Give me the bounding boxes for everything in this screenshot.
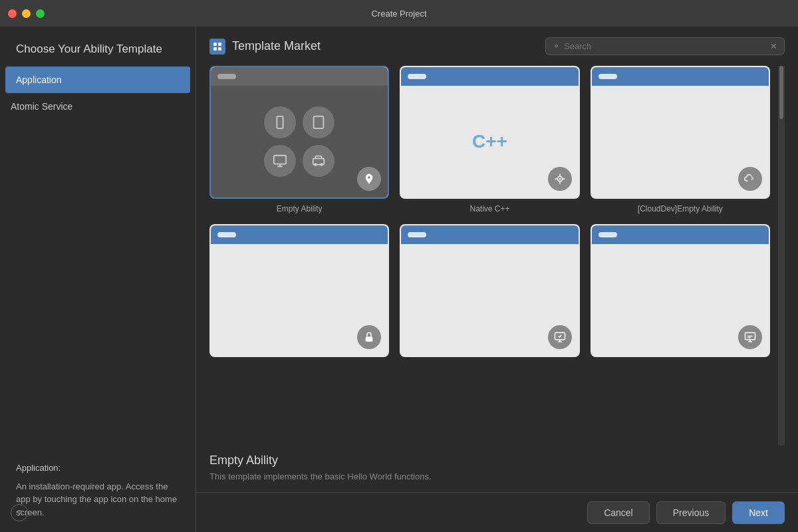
icon-car xyxy=(303,145,334,177)
close-button[interactable] xyxy=(8,9,17,18)
content-area: Template Market ⚬ ✕ xyxy=(196,27,798,532)
icon-tablet xyxy=(303,106,334,138)
window-title: Create Project xyxy=(371,9,426,19)
search-icon: ⚬ xyxy=(553,41,560,51)
template-thumb-clouddev[interactable] xyxy=(591,66,770,199)
badge-icon-empty xyxy=(357,167,381,191)
svg-rect-1 xyxy=(218,43,221,46)
template-thumb-empty-ability[interactable] xyxy=(209,66,389,199)
content: Template Market ⚬ ✕ xyxy=(196,27,798,492)
footer: Cancel Previous Next xyxy=(196,492,798,532)
desc-title: Application: xyxy=(16,462,180,475)
cancel-button[interactable]: Cancel xyxy=(587,501,650,524)
template-card-row2-col3[interactable] xyxy=(591,224,770,362)
scrollbar-thumb[interactable] xyxy=(779,66,783,119)
icon-phone xyxy=(264,106,296,138)
svg-rect-5 xyxy=(314,116,324,128)
sidebar-item-application[interactable]: Application xyxy=(5,66,190,93)
content-header: Template Market ⚬ ✕ xyxy=(209,37,785,55)
search-input[interactable] xyxy=(564,41,766,51)
next-button[interactable]: Next xyxy=(732,501,785,524)
template-card-clouddev-empty[interactable]: [CloudDev]Empty Ability xyxy=(591,66,770,213)
svg-rect-0 xyxy=(213,43,217,46)
template-market-icon xyxy=(209,39,225,55)
template-market-title: Template Market xyxy=(209,39,321,55)
svg-rect-2 xyxy=(213,47,217,51)
template-card-row2-col2[interactable] xyxy=(400,224,579,362)
template-thumb-row2-col2[interactable] xyxy=(400,224,579,357)
template-card-row2-col1[interactable] xyxy=(209,224,389,362)
template-market-label: Template Market xyxy=(232,39,321,53)
sidebar-heading: Choose Your Ability Template xyxy=(0,27,196,66)
badge-icon-clouddev xyxy=(738,167,762,191)
template-thumb-row2-col3[interactable] xyxy=(591,224,770,357)
desc-text: An installation-required app. Access the… xyxy=(16,480,180,519)
icon-monitor xyxy=(264,145,296,177)
maximize-button[interactable] xyxy=(36,9,45,18)
template-label-native-cpp: Native C++ xyxy=(469,204,509,213)
search-bar: ⚬ ✕ xyxy=(545,37,785,55)
svg-rect-18 xyxy=(366,336,373,342)
minimize-button[interactable] xyxy=(22,9,31,18)
templates-grid: Empty Ability C++ xyxy=(209,66,775,446)
template-label-clouddev: [CloudDev]Empty Ability xyxy=(638,204,723,213)
main-layout: Choose Your Ability Template Application… xyxy=(0,27,798,532)
template-thumb-row2-col1[interactable] xyxy=(209,224,389,357)
badge-icon-screen2 xyxy=(738,325,762,349)
sidebar-item-atomic-service[interactable]: Atomic Service xyxy=(0,93,196,120)
badge-icon-screen xyxy=(548,325,572,349)
template-card-empty-ability[interactable]: Empty Ability xyxy=(209,66,389,213)
badge-icon-cpp xyxy=(548,167,572,191)
title-bar: Create Project xyxy=(0,0,798,27)
bottom-section: Empty Ability This template implements t… xyxy=(209,446,785,481)
svg-rect-4 xyxy=(277,116,283,128)
svg-rect-6 xyxy=(274,156,286,164)
template-thumb-native-cpp[interactable]: C++ xyxy=(400,66,579,199)
svg-rect-3 xyxy=(218,47,221,51)
window-controls xyxy=(8,9,45,18)
templates-wrapper: Empty Ability C++ xyxy=(209,66,785,446)
search-clear-icon[interactable]: ✕ xyxy=(770,41,777,51)
sidebar: Choose Your Ability Template Application… xyxy=(0,27,196,532)
selected-template-desc: This template implements the basic Hello… xyxy=(209,471,785,481)
template-card-native-cpp[interactable]: C++ xyxy=(400,66,579,213)
selected-template-name: Empty Ability xyxy=(209,454,785,467)
scrollbar[interactable] xyxy=(778,66,785,446)
help-button[interactable]: ? xyxy=(11,504,28,521)
previous-button[interactable]: Previous xyxy=(656,501,726,524)
svg-point-13 xyxy=(559,178,561,180)
template-label-empty-ability: Empty Ability xyxy=(277,204,323,213)
sidebar-description: Application: An installation-required ap… xyxy=(0,448,196,532)
